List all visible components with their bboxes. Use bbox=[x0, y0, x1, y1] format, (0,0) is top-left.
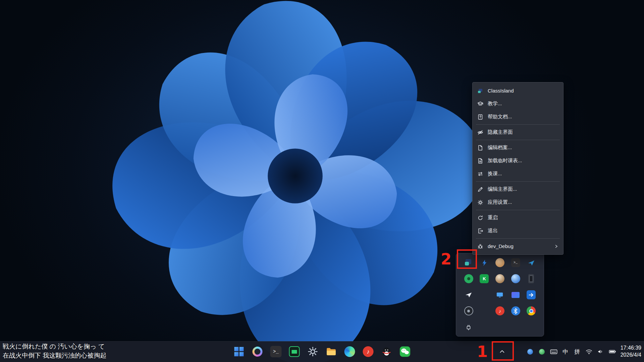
edge-button[interactable] bbox=[342, 344, 358, 359]
menu-item-hide-main-window[interactable]: 隐藏主界面 bbox=[473, 126, 563, 139]
copilot-icon bbox=[253, 347, 263, 357]
start-button[interactable] bbox=[231, 344, 247, 359]
tray-popup-red-music-icon[interactable]: ♪ bbox=[495, 306, 504, 315]
menu-item-label: 退出 bbox=[488, 228, 498, 234]
netease-music-icon: ♪ bbox=[363, 346, 374, 357]
menu-item-load-temp-schedule[interactable]: 加载临时课表... bbox=[473, 154, 563, 167]
tray-popup-phone-icon[interactable] bbox=[528, 274, 534, 283]
menu-item-classisland[interactable]: ClassIsland bbox=[473, 84, 563, 97]
lyrics-overlay: 戦火に倒れた僕 の 汚い心を掬っ て 在战火中倒下 我这颗污浊的心被掏起 bbox=[3, 342, 106, 360]
terminal-glyph: >_ bbox=[273, 349, 279, 354]
tray-popup-color-grid-icon[interactable] bbox=[480, 306, 489, 315]
tray-popup-globe-icon[interactable] bbox=[527, 306, 536, 315]
menu-item-app-settings[interactable]: 应用设置... bbox=[473, 196, 563, 209]
ime-lang-label: 中 bbox=[562, 348, 568, 356]
annotation-box-step1 bbox=[492, 341, 514, 361]
menu-item-edit-profile[interactable]: 编辑档案... bbox=[473, 141, 563, 154]
k-glyph: K bbox=[483, 276, 486, 281]
folder-icon bbox=[326, 346, 337, 357]
menu-item-label: 重启 bbox=[488, 215, 498, 221]
taskbar-center-icons: >_ ♪ bbox=[231, 341, 413, 362]
gear-icon bbox=[477, 199, 483, 205]
clock-date: 2026/4/4 bbox=[621, 352, 641, 359]
eye-off-icon bbox=[477, 129, 483, 135]
lyrics-line-original: 戦火に倒れた僕 の 汚い心を掬っ て bbox=[3, 342, 106, 351]
exit-icon bbox=[477, 228, 483, 234]
copilot-button[interactable] bbox=[250, 344, 265, 359]
help-doc-icon bbox=[477, 114, 483, 120]
tray-popup-letter-k-icon[interactable]: K bbox=[480, 274, 489, 283]
menu-item-teaching[interactable]: 教学... bbox=[473, 97, 563, 110]
menu-item-dev-debug[interactable]: dev_Debug bbox=[473, 240, 563, 253]
tray-popup-monitor-icon[interactable] bbox=[495, 290, 504, 299]
tray-green-circle-icon[interactable] bbox=[538, 346, 546, 357]
menu-separator bbox=[476, 210, 560, 210]
tray-blue-circle-icon[interactable] bbox=[527, 346, 534, 357]
taskbar-clock[interactable]: 17:46:39 2026/4/4 bbox=[621, 345, 641, 359]
menu-item-label: 帮助文档... bbox=[488, 114, 512, 120]
clock-time: 17:46:39 bbox=[621, 345, 641, 352]
menu-item-edit-main-window[interactable]: 编辑主界面... bbox=[473, 183, 563, 196]
file-edit-icon bbox=[477, 145, 483, 151]
file-explorer-button[interactable] bbox=[324, 344, 339, 359]
touch-keyboard-icon[interactable] bbox=[550, 346, 557, 357]
classisland-logo-icon bbox=[477, 88, 483, 94]
green-monitor-app-button[interactable] bbox=[287, 344, 302, 359]
qq-penguin-icon bbox=[381, 346, 392, 357]
settings-button[interactable] bbox=[305, 344, 321, 359]
tray-popup-cat-icon[interactable] bbox=[495, 258, 504, 267]
wechat-icon bbox=[399, 346, 411, 357]
file-load-icon bbox=[477, 158, 483, 164]
lyrics-line-translation: 在战火中倒下 我这颗污浊的心被掏起 bbox=[3, 351, 106, 360]
menu-item-swap-class[interactable]: 换课... bbox=[473, 167, 563, 180]
tray-popup-usb-plug-icon[interactable] bbox=[464, 322, 473, 331]
menu-item-help-docs[interactable]: 帮助文档... bbox=[473, 110, 563, 123]
tray-popup-display-icon[interactable] bbox=[511, 290, 520, 299]
terminal-glyph: >_ bbox=[514, 261, 518, 264]
swap-icon bbox=[477, 171, 483, 177]
ime-mode-indicator[interactable]: 拼 bbox=[574, 346, 581, 357]
classisland-context-menu: ClassIsland 教学... 帮助文档... 隐藏主界面 编辑档案... … bbox=[472, 82, 564, 255]
menu-item-restart[interactable]: 重启 bbox=[473, 211, 563, 224]
tray-popup-bird-icon[interactable] bbox=[527, 258, 536, 267]
tray-popup-eagle-icon[interactable] bbox=[495, 274, 504, 283]
annotation-box-step2 bbox=[457, 249, 477, 269]
menu-item-label: dev_Debug bbox=[488, 243, 514, 249]
terminal-icon: >_ bbox=[270, 346, 282, 357]
netease-music-button[interactable]: ♪ bbox=[361, 344, 376, 359]
tray-popup-blue-sphere-icon[interactable] bbox=[511, 274, 520, 283]
tray-popup-dark-ring-icon[interactable] bbox=[464, 306, 473, 315]
tray-popup-blue-arrow-icon[interactable] bbox=[527, 290, 536, 299]
ime-language-indicator[interactable]: 中 bbox=[562, 346, 569, 357]
tray-popup-paper-plane-icon[interactable] bbox=[464, 290, 473, 299]
tray-popup-terminal-icon[interactable]: >_ bbox=[511, 258, 520, 267]
tray-popup-green-gear-icon[interactable] bbox=[464, 274, 473, 283]
windows-logo-icon bbox=[234, 346, 245, 357]
settings-gear-icon bbox=[308, 346, 318, 357]
menu-item-label: 编辑主界面... bbox=[488, 186, 517, 192]
terminal-button[interactable]: >_ bbox=[268, 344, 284, 359]
menu-item-label: 教学... bbox=[488, 101, 502, 107]
annotation-number-2: 2 bbox=[441, 250, 451, 268]
menu-item-exit[interactable]: 退出 bbox=[473, 224, 563, 237]
volume-icon[interactable] bbox=[597, 346, 604, 357]
qq-button[interactable] bbox=[379, 344, 394, 359]
bug-icon bbox=[477, 243, 483, 249]
menu-item-label: ClassIsland bbox=[488, 88, 514, 94]
edge-icon bbox=[344, 346, 355, 357]
tray-popup-windows-squares-icon[interactable] bbox=[480, 290, 489, 299]
ime-mode-label: 拼 bbox=[574, 348, 580, 356]
wifi-icon[interactable] bbox=[585, 346, 593, 357]
tray-popup-bluetooth-icon[interactable] bbox=[511, 306, 520, 315]
wallpaper-bloom bbox=[77, 0, 513, 362]
music-note-glyph: ♪ bbox=[367, 348, 370, 355]
wechat-button[interactable] bbox=[397, 344, 413, 359]
tray-popup-lightning-icon[interactable] bbox=[480, 258, 489, 267]
annotation-number-1: 1 bbox=[477, 343, 488, 361]
menu-item-label: 应用设置... bbox=[488, 199, 512, 205]
restart-icon bbox=[477, 215, 483, 221]
menu-item-label: 加载临时课表... bbox=[488, 158, 522, 164]
pencil-icon bbox=[477, 186, 483, 192]
battery-icon[interactable] bbox=[609, 346, 616, 357]
music-note-glyph: ♪ bbox=[499, 308, 501, 314]
